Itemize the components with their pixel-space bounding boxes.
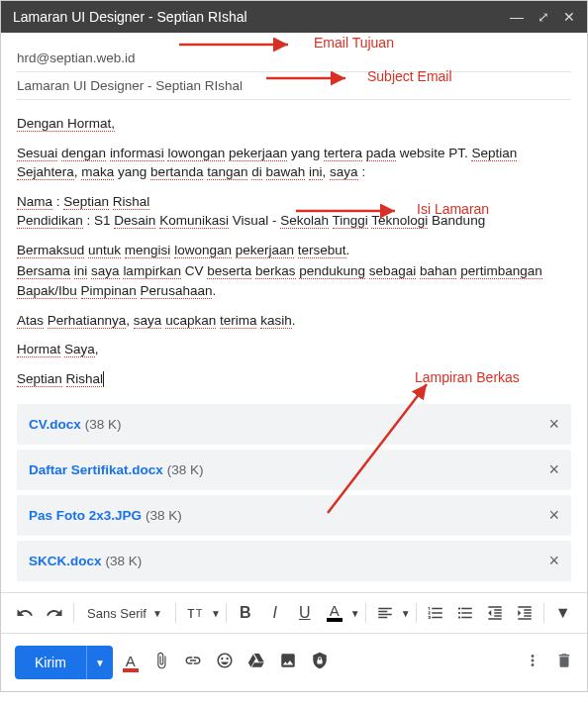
redo-button[interactable]: [41, 599, 68, 627]
bulleted-list-button[interactable]: [451, 599, 479, 627]
indent-less-button[interactable]: [481, 599, 509, 627]
remove-attachment-icon[interactable]: ×: [548, 505, 559, 526]
attachment-item[interactable]: Pas Foto 2x3.JPG (38 K) ×: [17, 495, 571, 536]
remove-attachment-icon[interactable]: ×: [548, 414, 559, 435]
compose-footer: Kirim ▼ A: [1, 634, 587, 691]
close-icon[interactable]: ✕: [563, 9, 575, 25]
align-dropdown[interactable]: ▼: [401, 608, 411, 619]
compose-window: Lamaran UI Designer - Septian RIshal — ⤢…: [0, 0, 588, 692]
drive-icon[interactable]: [247, 652, 265, 673]
remove-attachment-icon[interactable]: ×: [548, 459, 559, 480]
more-formatting-button[interactable]: ▼: [549, 599, 577, 627]
align-button[interactable]: [371, 599, 399, 627]
font-size-dropdown[interactable]: ▼: [211, 608, 221, 619]
send-button[interactable]: Kirim: [15, 646, 86, 679]
undo-button[interactable]: [11, 599, 39, 627]
remove-attachment-icon[interactable]: ×: [548, 551, 559, 571]
attachment-item[interactable]: CV.docx (38 K) ×: [17, 404, 571, 445]
link-icon[interactable]: [184, 652, 202, 673]
attachments-list: CV.docx (38 K) × Daftar Sertifikat.docx …: [1, 398, 587, 592]
delete-icon[interactable]: [555, 652, 573, 673]
subject-field[interactable]: Lamaran UI Designer - Septian RIshal: [17, 72, 571, 100]
bold-button[interactable]: B: [232, 599, 259, 627]
font-size-button[interactable]: тT: [181, 599, 209, 627]
minimize-icon[interactable]: —: [510, 9, 524, 25]
attachment-item[interactable]: Daftar Sertifikat.docx (38 K) ×: [17, 450, 571, 490]
text-color-dropdown[interactable]: ▼: [350, 608, 360, 619]
email-body[interactable]: Dengan Hormat, Sesuai dengan informasi l…: [17, 100, 571, 388]
italic-button[interactable]: I: [261, 599, 289, 627]
font-selector[interactable]: Sans Serif ▼: [79, 602, 170, 625]
more-options-icon[interactable]: [524, 652, 541, 673]
text-color-button[interactable]: A: [321, 599, 348, 627]
emoji-icon[interactable]: [216, 652, 234, 673]
text-format-icon[interactable]: A: [123, 653, 139, 672]
numbered-list-button[interactable]: [422, 599, 449, 627]
window-title: Lamaran UI Designer - Septian RIshal: [13, 9, 510, 25]
confidential-icon[interactable]: [311, 652, 329, 673]
image-icon[interactable]: [279, 652, 297, 673]
send-options-button[interactable]: ▼: [86, 646, 113, 679]
expand-icon[interactable]: ⤢: [538, 9, 549, 25]
underline-button[interactable]: U: [291, 599, 319, 627]
format-toolbar: Sans Serif ▼ тT ▼ B I U A ▼ ▼ ▼: [1, 592, 587, 634]
indent-more-button[interactable]: [511, 599, 539, 627]
recipient-field[interactable]: hrd@septian.web.id: [17, 45, 571, 72]
attach-icon[interactable]: [152, 652, 170, 673]
attachment-item[interactable]: SKCK.docx (38 K) ×: [17, 541, 571, 581]
compose-header: Lamaran UI Designer - Septian RIshal — ⤢…: [1, 1, 587, 33]
